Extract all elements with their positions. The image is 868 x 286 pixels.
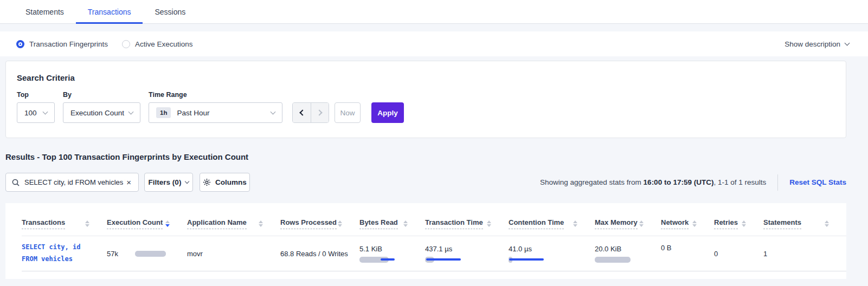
cell-transaction-fingerprint: SELECT city, id FROM vehicles — [22, 242, 107, 265]
search-criteria-title: Search Criteria — [17, 73, 835, 82]
chevron-left-icon — [299, 109, 305, 115]
time-prev-button[interactable] — [293, 103, 311, 122]
cell-execution-count: 57k — [107, 250, 187, 258]
cell-application-name: movr — [187, 250, 280, 258]
results-meta: Showing aggregated stats from 16:00 to 1… — [540, 174, 846, 191]
chevron-down-icon — [128, 109, 134, 114]
by-value: Execution Count — [70, 109, 124, 117]
radio-unselected-icon — [122, 40, 130, 48]
search-criteria-panel: Search Criteria Top 100 By Execution Cou… — [5, 61, 846, 138]
chevron-down-icon — [845, 40, 850, 46]
clear-search-icon[interactable]: × — [125, 178, 132, 187]
search-icon — [12, 179, 20, 186]
time-nav-group — [292, 102, 329, 123]
sort-icon[interactable] — [338, 220, 342, 227]
col-header-execution-count: Execution Count — [107, 218, 187, 236]
cell-contention-time: 41.0 µs — [509, 245, 595, 263]
col-header-contention-time: Contention Time — [509, 218, 595, 236]
transaction-time-bar — [425, 257, 463, 263]
radio-label: Active Executions — [135, 40, 193, 48]
col-header-statements: Statements — [763, 218, 846, 236]
sort-icon[interactable] — [573, 220, 577, 227]
by-label: By — [63, 91, 149, 99]
page-tabbar: Statements Transactions Sessions — [0, 0, 868, 24]
col-header-rows-processed: Rows Processed — [280, 218, 359, 236]
apply-button[interactable]: Apply — [371, 102, 404, 123]
search-input[interactable] — [24, 178, 125, 186]
radio-label: Transaction Fingerprints — [29, 40, 108, 48]
columns-button[interactable]: Columns — [200, 173, 250, 192]
tab-sessions[interactable]: Sessions — [143, 1, 197, 23]
col-header-retries: Retries — [714, 218, 763, 236]
gear-icon — [203, 178, 211, 186]
sort-icon[interactable] — [403, 220, 408, 227]
results-table: Transactions Execution Count Application… — [5, 203, 846, 279]
view-radio-group: Transaction Fingerprints Active Executio… — [16, 40, 193, 48]
col-header-transactions: Transactions — [22, 218, 107, 236]
tab-statements[interactable]: Statements — [14, 1, 76, 23]
time-range-badge: 1h — [156, 107, 171, 118]
time-range-select[interactable]: 1h Past Hour — [149, 102, 282, 123]
sort-icon[interactable] — [825, 220, 829, 227]
cell-network: 0 B — [661, 236, 714, 252]
chevron-down-icon — [185, 179, 189, 184]
chevron-down-icon — [43, 109, 48, 114]
cell-statements: 1 — [763, 250, 846, 258]
bytes-read-bar — [359, 257, 397, 263]
radio-selected-icon — [16, 40, 24, 48]
results-controls: × Filters (0) Columns Showing aggregated… — [5, 173, 846, 192]
sort-icon[interactable] — [85, 220, 89, 227]
sort-icon[interactable] — [742, 220, 746, 227]
top-value: 100 — [24, 109, 37, 117]
by-select[interactable]: Execution Count — [63, 102, 140, 123]
transaction-link[interactable]: SELECT city, id FROM vehicles — [22, 242, 101, 265]
radio-active-executions[interactable]: Active Executions — [122, 40, 193, 48]
table-header-row: Transactions Execution Count Application… — [22, 203, 846, 236]
results-heading: Results - Top 100 Transaction Fingerprin… — [5, 152, 846, 161]
time-range-value: Past Hour — [177, 109, 209, 117]
show-description-label: Show description — [785, 40, 840, 48]
col-header-max-memory: Max Memory — [595, 218, 661, 236]
top-select[interactable]: 100 — [17, 102, 55, 123]
now-button[interactable]: Now — [335, 102, 361, 123]
table-row: SELECT city, id FROM vehicles 57k movr 6… — [22, 236, 846, 271]
filters-button[interactable]: Filters (0) — [144, 173, 193, 192]
sort-icon[interactable] — [487, 220, 491, 227]
col-header-network: Network — [661, 218, 714, 236]
cell-max-memory: 20.0 KiB — [595, 245, 661, 263]
cell-transaction-time: 437.1 µs — [425, 245, 509, 263]
cell-rows-processed: 68.8 Reads / 0 Writes — [280, 250, 359, 258]
col-header-transaction-time: Transaction Time — [425, 218, 509, 236]
filters-label: Filters (0) — [149, 178, 182, 186]
sort-icon[interactable] — [259, 220, 263, 227]
chevron-right-icon — [316, 109, 322, 115]
view-toggle-row: Transaction Fingerprints Active Executio… — [0, 31, 868, 56]
search-criteria-controls: Top 100 By Execution Count Time Range 1h… — [17, 91, 835, 123]
max-memory-bar — [595, 257, 633, 263]
columns-label: Columns — [215, 178, 247, 186]
cell-bytes-read: 5.1 KiB — [359, 245, 425, 263]
time-next-button[interactable] — [311, 103, 329, 122]
main-content: Search Criteria Top 100 By Execution Cou… — [5, 61, 846, 279]
tab-transactions[interactable]: Transactions — [76, 1, 143, 23]
col-header-application-name: Application Name — [187, 218, 280, 236]
by-field: By Execution Count — [63, 91, 149, 123]
execution-count-bar — [135, 251, 166, 257]
time-range-field: Time Range 1h Past Hour — [149, 91, 282, 123]
time-range-label: Time Range — [149, 91, 282, 99]
contention-time-bar — [509, 257, 546, 263]
divider — [777, 174, 778, 191]
reset-sql-stats-link[interactable]: Reset SQL Stats — [789, 178, 846, 186]
sql-search-box[interactable]: × — [5, 173, 139, 192]
chevron-down-icon — [271, 109, 276, 114]
col-header-bytes-read: Bytes Read — [359, 218, 425, 236]
cell-retries: 0 — [714, 250, 763, 258]
top-field: Top 100 — [17, 91, 63, 123]
sort-icon[interactable] — [639, 220, 644, 227]
radio-transaction-fingerprints[interactable]: Transaction Fingerprints — [16, 40, 108, 48]
sort-icon[interactable] — [692, 220, 697, 227]
sort-icon-active[interactable] — [165, 220, 170, 227]
aggregated-stats-text: Showing aggregated stats from 16:00 to 1… — [540, 178, 766, 186]
top-label: Top — [17, 91, 63, 99]
show-description-toggle[interactable]: Show description — [785, 40, 849, 48]
